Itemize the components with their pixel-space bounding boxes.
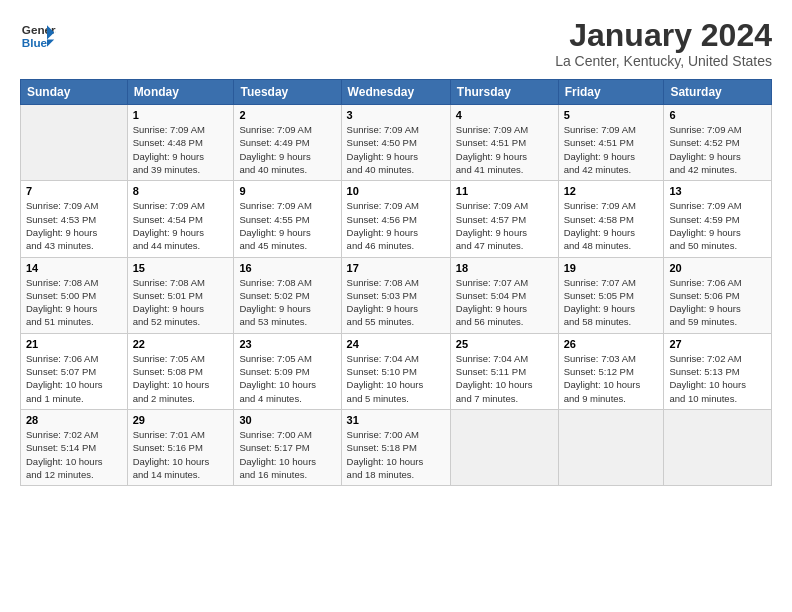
day-number: 26 bbox=[564, 338, 659, 350]
day-number: 22 bbox=[133, 338, 229, 350]
logo: General Blue bbox=[20, 18, 56, 54]
day-header-wednesday: Wednesday bbox=[341, 80, 450, 105]
calendar-cell: 17Sunrise: 7:08 AM Sunset: 5:03 PM Dayli… bbox=[341, 257, 450, 333]
day-number: 7 bbox=[26, 185, 122, 197]
title-section: January 2024 La Center, Kentucky, United… bbox=[555, 18, 772, 69]
calendar-cell: 6Sunrise: 7:09 AM Sunset: 4:52 PM Daylig… bbox=[664, 105, 772, 181]
header-row: SundayMondayTuesdayWednesdayThursdayFrid… bbox=[21, 80, 772, 105]
day-header-monday: Monday bbox=[127, 80, 234, 105]
day-info: Sunrise: 7:02 AM Sunset: 5:13 PM Dayligh… bbox=[669, 352, 766, 405]
day-info: Sunrise: 7:01 AM Sunset: 5:16 PM Dayligh… bbox=[133, 428, 229, 481]
calendar-cell: 30Sunrise: 7:00 AM Sunset: 5:17 PM Dayli… bbox=[234, 409, 341, 485]
calendar-cell: 25Sunrise: 7:04 AM Sunset: 5:11 PM Dayli… bbox=[450, 333, 558, 409]
day-info: Sunrise: 7:09 AM Sunset: 4:56 PM Dayligh… bbox=[347, 199, 445, 252]
calendar-cell: 4Sunrise: 7:09 AM Sunset: 4:51 PM Daylig… bbox=[450, 105, 558, 181]
day-number: 24 bbox=[347, 338, 445, 350]
day-info: Sunrise: 7:09 AM Sunset: 4:50 PM Dayligh… bbox=[347, 123, 445, 176]
calendar-cell bbox=[558, 409, 664, 485]
day-info: Sunrise: 7:02 AM Sunset: 5:14 PM Dayligh… bbox=[26, 428, 122, 481]
calendar-cell: 22Sunrise: 7:05 AM Sunset: 5:08 PM Dayli… bbox=[127, 333, 234, 409]
day-info: Sunrise: 7:09 AM Sunset: 4:58 PM Dayligh… bbox=[564, 199, 659, 252]
calendar-cell: 13Sunrise: 7:09 AM Sunset: 4:59 PM Dayli… bbox=[664, 181, 772, 257]
calendar-cell: 1Sunrise: 7:09 AM Sunset: 4:48 PM Daylig… bbox=[127, 105, 234, 181]
calendar-cell: 10Sunrise: 7:09 AM Sunset: 4:56 PM Dayli… bbox=[341, 181, 450, 257]
week-row-5: 28Sunrise: 7:02 AM Sunset: 5:14 PM Dayli… bbox=[21, 409, 772, 485]
day-number: 13 bbox=[669, 185, 766, 197]
day-number: 5 bbox=[564, 109, 659, 121]
calendar-cell: 3Sunrise: 7:09 AM Sunset: 4:50 PM Daylig… bbox=[341, 105, 450, 181]
calendar-cell bbox=[450, 409, 558, 485]
calendar-cell: 26Sunrise: 7:03 AM Sunset: 5:12 PM Dayli… bbox=[558, 333, 664, 409]
calendar-cell: 12Sunrise: 7:09 AM Sunset: 4:58 PM Dayli… bbox=[558, 181, 664, 257]
calendar-table: SundayMondayTuesdayWednesdayThursdayFrid… bbox=[20, 79, 772, 486]
week-row-2: 7Sunrise: 7:09 AM Sunset: 4:53 PM Daylig… bbox=[21, 181, 772, 257]
calendar-cell: 21Sunrise: 7:06 AM Sunset: 5:07 PM Dayli… bbox=[21, 333, 128, 409]
calendar-cell bbox=[664, 409, 772, 485]
day-info: Sunrise: 7:07 AM Sunset: 5:05 PM Dayligh… bbox=[564, 276, 659, 329]
week-row-4: 21Sunrise: 7:06 AM Sunset: 5:07 PM Dayli… bbox=[21, 333, 772, 409]
calendar-cell bbox=[21, 105, 128, 181]
calendar-cell: 20Sunrise: 7:06 AM Sunset: 5:06 PM Dayli… bbox=[664, 257, 772, 333]
day-info: Sunrise: 7:09 AM Sunset: 4:53 PM Dayligh… bbox=[26, 199, 122, 252]
header: General Blue January 2024 La Center, Ken… bbox=[20, 18, 772, 69]
day-number: 19 bbox=[564, 262, 659, 274]
day-info: Sunrise: 7:08 AM Sunset: 5:00 PM Dayligh… bbox=[26, 276, 122, 329]
day-number: 15 bbox=[133, 262, 229, 274]
day-info: Sunrise: 7:09 AM Sunset: 4:54 PM Dayligh… bbox=[133, 199, 229, 252]
day-number: 6 bbox=[669, 109, 766, 121]
day-number: 3 bbox=[347, 109, 445, 121]
day-number: 29 bbox=[133, 414, 229, 426]
day-number: 8 bbox=[133, 185, 229, 197]
day-info: Sunrise: 7:04 AM Sunset: 5:10 PM Dayligh… bbox=[347, 352, 445, 405]
calendar-cell: 11Sunrise: 7:09 AM Sunset: 4:57 PM Dayli… bbox=[450, 181, 558, 257]
day-number: 30 bbox=[239, 414, 335, 426]
day-header-thursday: Thursday bbox=[450, 80, 558, 105]
calendar-cell: 28Sunrise: 7:02 AM Sunset: 5:14 PM Dayli… bbox=[21, 409, 128, 485]
day-number: 12 bbox=[564, 185, 659, 197]
day-number: 18 bbox=[456, 262, 553, 274]
day-info: Sunrise: 7:08 AM Sunset: 5:01 PM Dayligh… bbox=[133, 276, 229, 329]
calendar-cell: 18Sunrise: 7:07 AM Sunset: 5:04 PM Dayli… bbox=[450, 257, 558, 333]
day-number: 20 bbox=[669, 262, 766, 274]
calendar-cell: 16Sunrise: 7:08 AM Sunset: 5:02 PM Dayli… bbox=[234, 257, 341, 333]
day-info: Sunrise: 7:09 AM Sunset: 4:59 PM Dayligh… bbox=[669, 199, 766, 252]
day-info: Sunrise: 7:09 AM Sunset: 4:52 PM Dayligh… bbox=[669, 123, 766, 176]
day-info: Sunrise: 7:00 AM Sunset: 5:18 PM Dayligh… bbox=[347, 428, 445, 481]
day-info: Sunrise: 7:04 AM Sunset: 5:11 PM Dayligh… bbox=[456, 352, 553, 405]
day-header-saturday: Saturday bbox=[664, 80, 772, 105]
calendar-cell: 27Sunrise: 7:02 AM Sunset: 5:13 PM Dayli… bbox=[664, 333, 772, 409]
day-number: 1 bbox=[133, 109, 229, 121]
day-number: 28 bbox=[26, 414, 122, 426]
day-number: 4 bbox=[456, 109, 553, 121]
day-info: Sunrise: 7:00 AM Sunset: 5:17 PM Dayligh… bbox=[239, 428, 335, 481]
calendar-cell: 19Sunrise: 7:07 AM Sunset: 5:05 PM Dayli… bbox=[558, 257, 664, 333]
day-number: 21 bbox=[26, 338, 122, 350]
week-row-1: 1Sunrise: 7:09 AM Sunset: 4:48 PM Daylig… bbox=[21, 105, 772, 181]
day-header-friday: Friday bbox=[558, 80, 664, 105]
calendar-title: January 2024 bbox=[555, 18, 772, 53]
day-number: 25 bbox=[456, 338, 553, 350]
calendar-cell: 2Sunrise: 7:09 AM Sunset: 4:49 PM Daylig… bbox=[234, 105, 341, 181]
day-header-sunday: Sunday bbox=[21, 80, 128, 105]
day-number: 2 bbox=[239, 109, 335, 121]
calendar-cell: 31Sunrise: 7:00 AM Sunset: 5:18 PM Dayli… bbox=[341, 409, 450, 485]
day-info: Sunrise: 7:03 AM Sunset: 5:12 PM Dayligh… bbox=[564, 352, 659, 405]
calendar-cell: 15Sunrise: 7:08 AM Sunset: 5:01 PM Dayli… bbox=[127, 257, 234, 333]
calendar-cell: 14Sunrise: 7:08 AM Sunset: 5:00 PM Dayli… bbox=[21, 257, 128, 333]
day-info: Sunrise: 7:06 AM Sunset: 5:06 PM Dayligh… bbox=[669, 276, 766, 329]
day-info: Sunrise: 7:07 AM Sunset: 5:04 PM Dayligh… bbox=[456, 276, 553, 329]
svg-text:Blue: Blue bbox=[22, 36, 48, 49]
day-number: 27 bbox=[669, 338, 766, 350]
day-number: 17 bbox=[347, 262, 445, 274]
calendar-cell: 23Sunrise: 7:05 AM Sunset: 5:09 PM Dayli… bbox=[234, 333, 341, 409]
day-number: 23 bbox=[239, 338, 335, 350]
day-info: Sunrise: 7:08 AM Sunset: 5:03 PM Dayligh… bbox=[347, 276, 445, 329]
week-row-3: 14Sunrise: 7:08 AM Sunset: 5:00 PM Dayli… bbox=[21, 257, 772, 333]
day-number: 16 bbox=[239, 262, 335, 274]
calendar-subtitle: La Center, Kentucky, United States bbox=[555, 53, 772, 69]
day-number: 31 bbox=[347, 414, 445, 426]
day-info: Sunrise: 7:09 AM Sunset: 4:51 PM Dayligh… bbox=[564, 123, 659, 176]
calendar-cell: 5Sunrise: 7:09 AM Sunset: 4:51 PM Daylig… bbox=[558, 105, 664, 181]
calendar-cell: 24Sunrise: 7:04 AM Sunset: 5:10 PM Dayli… bbox=[341, 333, 450, 409]
logo-icon: General Blue bbox=[20, 18, 56, 54]
